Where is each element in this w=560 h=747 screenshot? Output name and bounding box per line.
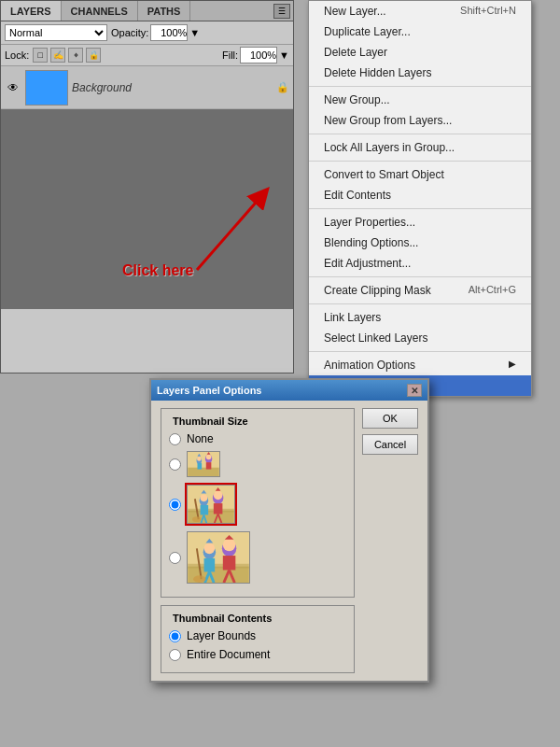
menu-item-duplicate-layer[interactable]: Duplicate Layer... <box>309 21 531 42</box>
separator-6 <box>309 303 531 304</box>
menu-item-select-linked[interactable]: Select Linked Layers <box>309 328 531 348</box>
entire-document-radio[interactable] <box>169 649 181 661</box>
blend-opacity-row: Normal Opacity: ▼ <box>1 21 293 45</box>
blend-mode-select[interactable]: Normal <box>5 24 107 41</box>
menu-item-edit-adjustment[interactable]: Edit Adjustment... <box>309 253 531 274</box>
thumbnail-small-radio[interactable] <box>169 458 181 471</box>
lock-transparent-icon[interactable]: □ <box>33 48 48 63</box>
thumbnail-small-preview <box>187 451 220 477</box>
layer-bounds-radio[interactable] <box>169 630 181 642</box>
menu-item-new-group-from-layers[interactable]: New Group from Layers... <box>309 110 531 131</box>
svg-point-34 <box>223 539 236 552</box>
entire-document-label: Entire Document <box>187 648 270 661</box>
tab-paths[interactable]: PATHS <box>138 1 191 21</box>
layers-panel: LAYERS CHANNELS PATHS ☰ Normal Opacity: … <box>0 0 294 374</box>
thumbnail-contents-label: Thumbnail Contents <box>169 613 275 624</box>
dialog-close-button[interactable]: ✕ <box>407 384 422 397</box>
svg-rect-14 <box>188 509 234 513</box>
layer-bounds-row: Layer Bounds <box>169 629 346 642</box>
svg-rect-3 <box>188 468 218 476</box>
dialog-titlebar: Layers Panel Options ✕ <box>151 380 427 401</box>
svg-point-28 <box>192 516 202 522</box>
menu-item-blending-options[interactable]: Blending Options... <box>309 233 531 253</box>
fill-input[interactable] <box>240 47 277 63</box>
menu-item-delete-hidden[interactable]: Delete Hidden Layers <box>309 63 531 83</box>
thumbnail-large-row <box>169 531 346 584</box>
cancel-button[interactable]: Cancel <box>362 434 418 455</box>
lock-position-icon[interactable]: ⌖ <box>68 48 83 63</box>
svg-rect-5 <box>206 462 212 469</box>
red-arrow <box>188 186 281 298</box>
svg-point-17 <box>214 491 223 500</box>
thumbnail-small-row <box>169 451 346 477</box>
menu-item-lock-all[interactable]: Lock All Layers in Group... <box>309 137 531 158</box>
svg-point-23 <box>201 495 208 502</box>
layers-panel-options-dialog: Layers Panel Options ✕ Thumbnail Size No… <box>149 378 429 683</box>
context-menu: New Layer... Shift+Ctrl+N Duplicate Laye… <box>308 0 532 397</box>
separator-5 <box>309 276 531 277</box>
panel-menu-button[interactable]: ☰ <box>273 4 290 19</box>
dialog-right-column: OK Cancel <box>362 408 418 673</box>
menu-item-clipping-mask[interactable]: Create Clipping Mask Alt+Ctrl+G <box>309 280 531 301</box>
fill-label: Fill: <box>222 49 238 61</box>
opacity-arrow[interactable]: ▼ <box>189 27 200 38</box>
thumbnail-small-svg <box>188 452 219 476</box>
layer-thumbnail <box>25 70 68 106</box>
tab-channels[interactable]: CHANNELS <box>62 1 138 21</box>
thumbnail-contents-group: Thumbnail Contents Layer Bounds Entire D… <box>161 605 355 673</box>
layer-name: Background <box>72 81 273 94</box>
entire-document-row: Entire Document <box>169 648 346 661</box>
thumbnail-medium-radio[interactable] <box>169 499 181 511</box>
ok-button[interactable]: OK <box>362 408 418 429</box>
layer-lock-icon: 🔒 <box>276 81 289 93</box>
thumbnail-large-radio[interactable] <box>169 552 181 564</box>
tab-layers[interactable]: LAYERS <box>1 1 62 21</box>
dialog-body: Thumbnail Size None <box>151 401 427 681</box>
panel-tabs: LAYERS CHANNELS PATHS ☰ <box>1 1 293 21</box>
menu-item-new-group[interactable]: New Group... <box>309 90 531 110</box>
lock-row: Lock: □ ✍ ⌖ 🔒 Fill: ▼ <box>1 45 293 66</box>
menu-item-delete-layer[interactable]: Delete Layer <box>309 42 531 63</box>
dialog-left-column: Thumbnail Size None <box>161 408 355 673</box>
dialog-title: Layers Panel Options <box>157 385 261 396</box>
svg-line-1 <box>197 195 262 270</box>
opacity-input[interactable] <box>150 24 188 41</box>
lock-all-icon[interactable]: 🔒 <box>86 48 101 63</box>
separator-2 <box>309 134 531 134</box>
fill-row: Fill: ▼ <box>222 47 289 63</box>
click-here-annotation: Click here <box>122 262 193 279</box>
svg-rect-39 <box>204 558 216 571</box>
fill-arrow[interactable]: ▼ <box>279 49 289 61</box>
separator-3 <box>309 161 531 162</box>
svg-point-40 <box>204 543 216 555</box>
layer-row-background[interactable]: 👁 Background 🔒 <box>1 66 293 109</box>
lock-label: Lock: <box>5 49 29 61</box>
svg-point-45 <box>193 575 206 583</box>
menu-item-edit-contents[interactable]: Edit Contents <box>309 185 531 205</box>
svg-point-6 <box>206 455 212 460</box>
thumbnail-large-preview <box>187 531 250 584</box>
lock-image-icon[interactable]: ✍ <box>50 48 65 63</box>
separator-4 <box>309 208 531 209</box>
menu-item-convert-smart[interactable]: Convert to Smart Object <box>309 164 531 185</box>
thumbnail-medium-preview <box>187 485 235 524</box>
menu-item-new-layer[interactable]: New Layer... Shift+Ctrl+N <box>309 1 531 21</box>
svg-rect-31 <box>188 564 249 569</box>
thumbnail-large-svg <box>188 532 249 583</box>
menu-item-animation-options[interactable]: Animation Options ▶ <box>309 355 531 375</box>
svg-rect-9 <box>198 463 203 470</box>
svg-rect-22 <box>201 505 209 514</box>
thumbnail-none-radio[interactable] <box>169 433 181 445</box>
opacity-label: Opacity: <box>111 27 148 38</box>
layer-bounds-label: Layer Bounds <box>187 629 256 642</box>
visibility-toggle[interactable]: 👁 <box>5 79 21 96</box>
thumbnail-none-label: None <box>187 432 214 445</box>
thumbnail-none-row: None <box>169 432 346 445</box>
separator-7 <box>309 351 531 352</box>
thumbnail-medium-row <box>169 485 346 524</box>
lock-icons: □ ✍ ⌖ 🔒 <box>33 48 101 63</box>
thumbnail-size-group: Thumbnail Size None <box>161 408 355 598</box>
menu-item-link-layers[interactable]: Link Layers <box>309 307 531 328</box>
menu-item-layer-props[interactable]: Layer Properties... <box>309 212 531 233</box>
svg-rect-33 <box>223 556 236 570</box>
